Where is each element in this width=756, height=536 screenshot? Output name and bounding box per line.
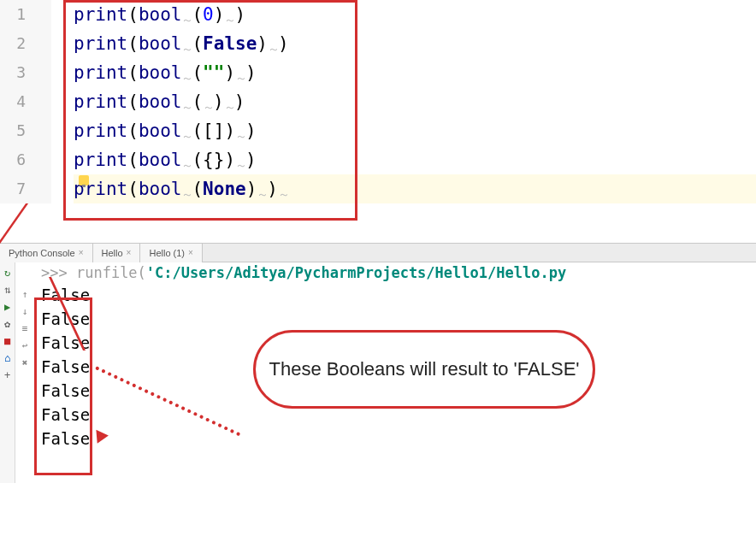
play-icon[interactable]: ▶	[1, 300, 15, 314]
rerun-icon[interactable]: ↻	[1, 266, 15, 280]
code-line[interactable]: print(bool～(0)～)	[74, 0, 756, 29]
output-line: False	[41, 427, 756, 451]
code-line[interactable]: print(bool～({})～)	[74, 145, 756, 174]
line-number: 7	[0, 174, 51, 203]
close-icon[interactable]: ×	[188, 244, 193, 262]
line-number-gutter: 1 2 3 4 5 6 7	[0, 0, 51, 203]
annotation-callout: These Booleans will result to 'FALSE'	[253, 330, 595, 409]
intention-bulb-icon[interactable]	[79, 175, 89, 186]
code-area[interactable]: print(bool～(0)～) print(bool～(False)～) pr…	[51, 0, 756, 203]
debug-icon[interactable]: ⌂	[1, 351, 15, 365]
console-tool-column: ↻ ⇅ ▶ ✿ ■ ⌂ +	[0, 262, 15, 483]
code-line[interactable]: print(bool～(None)～)～	[74, 174, 756, 203]
line-number: 4	[0, 87, 51, 116]
settings-icon[interactable]: ✿	[1, 317, 15, 331]
line-number: 3	[0, 58, 51, 87]
line-number: 5	[0, 116, 51, 145]
scroll-icon[interactable]: ⇅	[1, 283, 15, 297]
console-prompt-line: >>> runfile('C:/Users/Aditya/PycharmProj…	[21, 262, 756, 283]
close-icon[interactable]: ×	[127, 244, 132, 262]
tab-hello[interactable]: Hello×	[93, 244, 141, 262]
code-line[interactable]: print(bool～("")～)	[74, 58, 756, 87]
console-tab-bar: Python Console× Hello× Hello (1)×	[0, 244, 756, 262]
code-editor[interactable]: 1 2 3 4 5 6 7 print(bool～(0)～) print(boo…	[0, 0, 756, 203]
output-line: False	[41, 307, 756, 331]
tab-python-console[interactable]: Python Console×	[0, 244, 93, 262]
add-icon[interactable]: +	[1, 368, 15, 382]
tab-hello-1[interactable]: Hello (1)×	[140, 244, 202, 262]
output-line: False	[41, 283, 756, 307]
line-number: 2	[0, 29, 51, 58]
stop-icon[interactable]: ■	[1, 334, 15, 348]
callout-text: These Booleans will result to 'FALSE'	[269, 357, 579, 382]
line-number: 1	[0, 0, 51, 29]
code-line[interactable]: print(bool～([])～)	[74, 116, 756, 145]
line-number: 6	[0, 145, 51, 174]
close-icon[interactable]: ×	[79, 244, 84, 262]
code-line[interactable]: print(bool～(False)～)	[74, 29, 756, 58]
code-line[interactable]: print(bool～(～)～)	[74, 87, 756, 116]
